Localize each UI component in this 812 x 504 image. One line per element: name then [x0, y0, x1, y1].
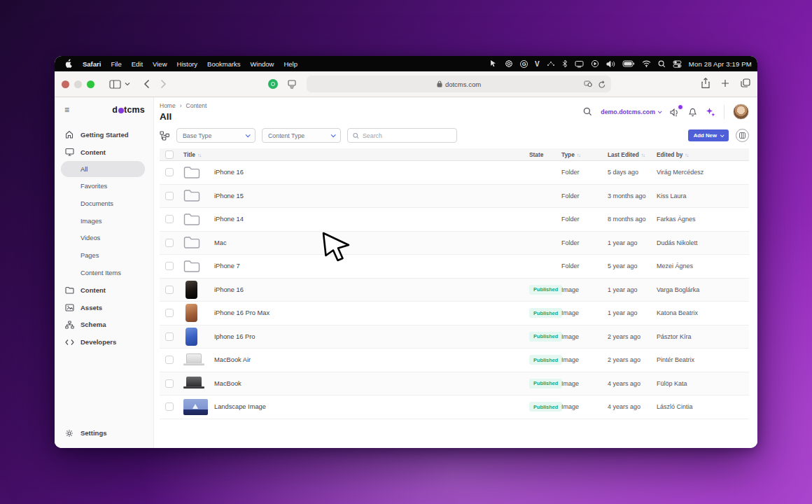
extension-icon[interactable] — [268, 79, 278, 89]
back-icon[interactable] — [144, 79, 150, 89]
battery-icon[interactable] — [622, 60, 635, 67]
base-type-select[interactable]: Base Type — [176, 128, 255, 143]
v-app-icon[interactable]: V — [535, 60, 540, 68]
column-title[interactable]: Title↑↓ — [183, 151, 529, 158]
gear-app-icon[interactable] — [505, 59, 513, 68]
row-checkbox[interactable] — [165, 356, 174, 364]
sidebar-item-images[interactable]: Images — [55, 212, 153, 230]
sidebar-item-settings[interactable]: Settings — [55, 424, 153, 442]
menubar-item-history[interactable]: History — [172, 60, 203, 68]
announcements-icon[interactable] — [669, 107, 680, 117]
display-icon[interactable] — [575, 60, 584, 68]
select-all-checkbox[interactable] — [165, 150, 174, 159]
sort-icon[interactable]: ↑↓ — [685, 153, 688, 158]
row-checkbox[interactable] — [165, 379, 174, 388]
content-tree-icon[interactable] — [160, 131, 170, 141]
row-checkbox[interactable] — [165, 402, 174, 411]
control-center-icon[interactable] — [673, 60, 682, 68]
sidebar-item-videos[interactable]: Videos — [55, 230, 153, 247]
reader-icon[interactable] — [287, 80, 297, 89]
home-icon — [65, 130, 74, 139]
sidebar-item-documents[interactable]: Documents — [55, 195, 153, 213]
row-checkbox[interactable] — [165, 309, 174, 317]
record-icon[interactable] — [591, 59, 599, 68]
table-row[interactable]: MacBook Air Published Image 2 years ago … — [160, 349, 749, 372]
wifi-icon[interactable] — [642, 60, 651, 67]
minimize-window-button[interactable] — [74, 80, 82, 88]
g-app-icon[interactable]: G — [520, 60, 528, 68]
share-icon[interactable] — [701, 78, 710, 91]
menubar-item-file[interactable]: File — [106, 60, 126, 68]
sidebar-item-content[interactable]: Content — [55, 281, 153, 299]
volume-icon[interactable] — [606, 60, 615, 68]
add-new-button[interactable]: Add New — [688, 130, 729, 141]
sidebar-item-assets[interactable]: Assets — [55, 299, 153, 316]
tabs-icon[interactable] — [741, 78, 750, 90]
tab-group-chevron-icon[interactable] — [125, 82, 130, 86]
zoom-window-button[interactable] — [87, 80, 94, 88]
menubar-item-help[interactable]: Help — [279, 60, 302, 68]
menubar-item-view[interactable]: View — [148, 60, 172, 68]
apple-icon[interactable] — [60, 59, 78, 69]
table-row[interactable]: Landscape Image Published Image 4 years … — [160, 396, 749, 419]
logo-dot-icon — [118, 108, 124, 113]
sidebar-item-content-items[interactable]: Content Items — [55, 265, 153, 282]
sidebar-toggle-icon[interactable] — [109, 80, 121, 89]
table-row[interactable]: Iphone 16 Pro Published Image 2 years ag… — [160, 326, 749, 349]
ai-sparkle-icon[interactable] — [706, 107, 715, 117]
row-checkbox[interactable] — [165, 215, 174, 223]
menubar-item-edit[interactable]: Edit — [127, 60, 148, 68]
avatar[interactable] — [733, 104, 749, 120]
search-input[interactable] — [363, 132, 451, 139]
row-checkbox[interactable] — [165, 168, 174, 176]
column-edited-by[interactable]: Edited by↑↓ — [657, 151, 746, 158]
row-checkbox[interactable] — [165, 192, 174, 200]
sidebar-item-favorites[interactable]: Favorites — [55, 178, 153, 195]
spotlight-icon[interactable] — [658, 60, 666, 68]
hamburger-menu-icon[interactable]: ≡ — [64, 106, 69, 113]
column-type[interactable]: Type↑↓ — [561, 151, 608, 158]
sort-icon[interactable]: ↑↓ — [641, 153, 645, 158]
breadcrumb-content[interactable]: Content — [186, 102, 207, 109]
view-toggle-button[interactable] — [736, 129, 749, 142]
forward-icon[interactable] — [160, 79, 167, 89]
privacy-icon[interactable] — [584, 80, 593, 88]
bell-icon[interactable] — [688, 107, 697, 117]
global-search-icon[interactable] — [583, 107, 592, 116]
menubar-item-window[interactable]: Window — [246, 60, 279, 68]
sidebar-item-pages[interactable]: Pages — [55, 247, 153, 265]
table-row[interactable]: iPhone 16 Published Image 1 year ago Var… — [160, 279, 749, 302]
row-checkbox[interactable] — [165, 332, 174, 341]
row-checkbox[interactable] — [165, 239, 174, 247]
sort-icon[interactable]: ↑↓ — [577, 153, 580, 158]
breadcrumb-home[interactable]: Home — [160, 102, 176, 109]
table-row[interactable]: iPhone 7 Folder 5 year ago Mezei Ágnes — [160, 255, 749, 279]
table-row[interactable]: Mac Folder 1 year ago Dudás Nikolett — [160, 232, 749, 255]
sidebar-item-content-search[interactable]: Content — [55, 144, 153, 161]
menubar-item-bookmarks[interactable]: Bookmarks — [202, 60, 246, 68]
content-type-select[interactable]: Content Type — [262, 128, 341, 143]
table-row[interactable]: iPhone 14 Folder 8 months ago Farkas Ágn… — [160, 208, 749, 232]
row-checkbox[interactable] — [165, 262, 174, 270]
bluetooth-icon[interactable] — [562, 59, 568, 68]
sort-icon[interactable]: ↑↓ — [197, 153, 201, 158]
row-checkbox[interactable] — [165, 286, 174, 294]
sidebar-item-developers[interactable]: Developers — [55, 333, 153, 351]
dots-app-icon[interactable] — [547, 60, 555, 67]
site-selector[interactable]: demo.dotcms.com — [601, 108, 661, 115]
table-row[interactable]: iPhone 15 Folder 3 months ago Kiss Laura — [160, 185, 749, 209]
sidebar-item-all[interactable]: All — [55, 160, 153, 178]
pointer-app-icon[interactable] — [489, 59, 498, 68]
new-tab-icon[interactable] — [721, 78, 729, 90]
table-row[interactable]: iPhone 16 Folder 5 days ago Virág Mercéd… — [160, 161, 749, 185]
close-window-button[interactable] — [62, 80, 69, 88]
address-bar[interactable]: dotcms.com — [307, 76, 611, 92]
sidebar-item-schema[interactable]: Schema — [55, 316, 153, 334]
sidebar-item-getting-started[interactable]: Getting Started — [55, 126, 153, 144]
column-last-edited[interactable]: Last Edited↑↓ — [608, 151, 657, 158]
reload-icon[interactable] — [598, 80, 606, 88]
menubar-clock[interactable]: Mon 28 Apr 3:19 PM — [689, 60, 752, 68]
menubar-item-safari[interactable]: Safari — [78, 60, 106, 68]
table-row[interactable]: iPhone 16 Pro Max Published Image 1 year… — [160, 302, 749, 326]
table-row[interactable]: MacBook Published Image 4 years ago Fülö… — [160, 372, 749, 396]
